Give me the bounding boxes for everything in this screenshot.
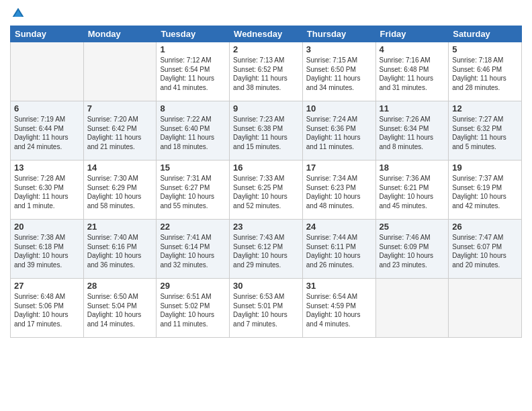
day-number: 13 — [14, 163, 80, 173]
logo — [10, 7, 25, 20]
calendar-cell: 16Sunrise: 7:33 AMSunset: 6:25 PMDayligh… — [230, 161, 303, 220]
day-number: 4 — [380, 44, 445, 54]
calendar-cell — [83, 42, 157, 101]
day-number: 8 — [160, 103, 226, 113]
calendar-cell: 27Sunrise: 6:48 AMSunset: 5:06 PMDayligh… — [11, 279, 84, 338]
day-number: 23 — [233, 222, 299, 232]
day-number: 9 — [233, 103, 299, 113]
calendar-cell: 21Sunrise: 7:40 AMSunset: 6:16 PMDayligh… — [83, 220, 157, 279]
calendar-cell: 23Sunrise: 7:43 AMSunset: 6:12 PMDayligh… — [230, 220, 303, 279]
cell-info: Sunrise: 7:26 AMSunset: 6:34 PMDaylight:… — [380, 115, 445, 151]
cell-info: Sunrise: 7:41 AMSunset: 6:14 PMDaylight:… — [160, 233, 226, 269]
calendar-cell: 20Sunrise: 7:38 AMSunset: 6:18 PMDayligh… — [11, 220, 84, 279]
calendar-cell: 25Sunrise: 7:46 AMSunset: 6:09 PMDayligh… — [375, 220, 449, 279]
calendar-cell: 8Sunrise: 7:22 AMSunset: 6:40 PMDaylight… — [157, 101, 230, 161]
weekday-header-cell: Friday — [375, 26, 449, 42]
calendar-cell: 4Sunrise: 7:16 AMSunset: 6:48 PMDaylight… — [375, 42, 449, 101]
day-number: 6 — [14, 103, 80, 113]
weekday-header-cell: Thursday — [302, 26, 375, 42]
cell-info: Sunrise: 7:43 AMSunset: 6:12 PMDaylight:… — [233, 233, 299, 269]
day-number: 2 — [233, 44, 299, 54]
weekday-header-cell: Tuesday — [157, 26, 230, 42]
cell-info: Sunrise: 6:53 AMSunset: 5:01 PMDaylight:… — [233, 292, 299, 328]
day-number: 20 — [14, 222, 80, 232]
calendar-cell: 31Sunrise: 6:54 AMSunset: 4:59 PMDayligh… — [302, 279, 375, 338]
weekday-header-cell: Sunday — [11, 26, 84, 42]
calendar-cell: 13Sunrise: 7:28 AMSunset: 6:30 PMDayligh… — [11, 161, 84, 220]
cell-info: Sunrise: 7:19 AMSunset: 6:44 PMDaylight:… — [14, 115, 80, 151]
cell-info: Sunrise: 7:12 AMSunset: 6:54 PMDaylight:… — [160, 56, 226, 92]
calendar-cell: 26Sunrise: 7:47 AMSunset: 6:07 PMDayligh… — [449, 220, 522, 279]
cell-info: Sunrise: 6:48 AMSunset: 5:06 PMDaylight:… — [14, 292, 80, 328]
cell-info: Sunrise: 7:16 AMSunset: 6:48 PMDaylight:… — [380, 56, 445, 92]
calendar-cell: 3Sunrise: 7:15 AMSunset: 6:50 PMDaylight… — [302, 42, 375, 101]
cell-info: Sunrise: 6:50 AMSunset: 5:04 PMDaylight:… — [87, 292, 153, 328]
day-number: 16 — [233, 163, 299, 173]
weekday-header-row: SundayMondayTuesdayWednesdayThursdayFrid… — [11, 26, 522, 42]
logo-icon — [11, 7, 25, 20]
calendar-table: SundayMondayTuesdayWednesdayThursdayFrid… — [10, 26, 522, 338]
weekday-header-cell: Saturday — [449, 26, 522, 42]
cell-info: Sunrise: 7:18 AMSunset: 6:46 PMDaylight:… — [452, 56, 518, 92]
cell-info: Sunrise: 7:40 AMSunset: 6:16 PMDaylight:… — [87, 233, 153, 269]
calendar-cell: 29Sunrise: 6:51 AMSunset: 5:02 PMDayligh… — [157, 279, 230, 338]
day-number: 26 — [452, 222, 518, 232]
day-number: 21 — [87, 222, 153, 232]
cell-info: Sunrise: 7:27 AMSunset: 6:32 PMDaylight:… — [452, 115, 518, 151]
day-number: 10 — [306, 103, 372, 113]
day-number: 11 — [380, 103, 445, 113]
calendar-cell: 24Sunrise: 7:44 AMSunset: 6:11 PMDayligh… — [302, 220, 375, 279]
day-number: 25 — [380, 222, 445, 232]
cell-info: Sunrise: 7:38 AMSunset: 6:18 PMDaylight:… — [14, 233, 80, 269]
calendar-body: 1Sunrise: 7:12 AMSunset: 6:54 PMDaylight… — [11, 42, 522, 338]
cell-info: Sunrise: 7:47 AMSunset: 6:07 PMDaylight:… — [452, 233, 518, 269]
calendar-cell: 18Sunrise: 7:36 AMSunset: 6:21 PMDayligh… — [375, 161, 449, 220]
calendar-week-row: 6Sunrise: 7:19 AMSunset: 6:44 PMDaylight… — [11, 101, 522, 161]
cell-info: Sunrise: 7:33 AMSunset: 6:25 PMDaylight:… — [233, 174, 299, 210]
day-number: 27 — [14, 281, 80, 291]
day-number: 31 — [306, 281, 372, 291]
cell-info: Sunrise: 7:34 AMSunset: 6:23 PMDaylight:… — [306, 174, 372, 210]
calendar-cell: 6Sunrise: 7:19 AMSunset: 6:44 PMDaylight… — [11, 101, 84, 161]
calendar-week-row: 27Sunrise: 6:48 AMSunset: 5:06 PMDayligh… — [11, 279, 522, 338]
day-number: 17 — [306, 163, 372, 173]
day-number: 7 — [87, 103, 153, 113]
cell-info: Sunrise: 7:28 AMSunset: 6:30 PMDaylight:… — [14, 174, 80, 210]
cell-info: Sunrise: 7:30 AMSunset: 6:29 PMDaylight:… — [87, 174, 153, 210]
calendar-cell: 17Sunrise: 7:34 AMSunset: 6:23 PMDayligh… — [302, 161, 375, 220]
day-number: 3 — [306, 44, 372, 54]
calendar-week-row: 13Sunrise: 7:28 AMSunset: 6:30 PMDayligh… — [11, 161, 522, 220]
calendar-cell: 28Sunrise: 6:50 AMSunset: 5:04 PMDayligh… — [83, 279, 157, 338]
cell-info: Sunrise: 6:51 AMSunset: 5:02 PMDaylight:… — [160, 292, 226, 328]
page: SundayMondayTuesdayWednesdayThursdayFrid… — [0, 0, 532, 411]
calendar-cell: 15Sunrise: 7:31 AMSunset: 6:27 PMDayligh… — [157, 161, 230, 220]
cell-info: Sunrise: 7:46 AMSunset: 6:09 PMDaylight:… — [380, 233, 445, 269]
day-number: 5 — [452, 44, 518, 54]
cell-info: Sunrise: 6:54 AMSunset: 4:59 PMDaylight:… — [306, 292, 372, 328]
calendar-week-row: 20Sunrise: 7:38 AMSunset: 6:18 PMDayligh… — [11, 220, 522, 279]
header — [10, 7, 522, 20]
calendar-cell — [11, 42, 84, 101]
calendar-cell: 14Sunrise: 7:30 AMSunset: 6:29 PMDayligh… — [83, 161, 157, 220]
cell-info: Sunrise: 7:15 AMSunset: 6:50 PMDaylight:… — [306, 56, 372, 92]
day-number: 1 — [160, 44, 226, 54]
weekday-header-cell: Monday — [83, 26, 157, 42]
calendar-cell: 22Sunrise: 7:41 AMSunset: 6:14 PMDayligh… — [157, 220, 230, 279]
calendar-cell — [375, 279, 449, 338]
cell-info: Sunrise: 7:44 AMSunset: 6:11 PMDaylight:… — [306, 233, 372, 269]
day-number: 15 — [160, 163, 226, 173]
day-number: 30 — [233, 281, 299, 291]
calendar-cell: 19Sunrise: 7:37 AMSunset: 6:19 PMDayligh… — [449, 161, 522, 220]
day-number: 12 — [452, 103, 518, 113]
calendar-cell: 9Sunrise: 7:23 AMSunset: 6:38 PMDaylight… — [230, 101, 303, 161]
cell-info: Sunrise: 7:31 AMSunset: 6:27 PMDaylight:… — [160, 174, 226, 210]
day-number: 24 — [306, 222, 372, 232]
cell-info: Sunrise: 7:24 AMSunset: 6:36 PMDaylight:… — [306, 115, 372, 151]
calendar-cell — [449, 279, 522, 338]
day-number: 29 — [160, 281, 226, 291]
calendar-cell: 11Sunrise: 7:26 AMSunset: 6:34 PMDayligh… — [375, 101, 449, 161]
cell-info: Sunrise: 7:20 AMSunset: 6:42 PMDaylight:… — [87, 115, 153, 151]
cell-info: Sunrise: 7:37 AMSunset: 6:19 PMDaylight:… — [452, 174, 518, 210]
day-number: 22 — [160, 222, 226, 232]
calendar-week-row: 1Sunrise: 7:12 AMSunset: 6:54 PMDaylight… — [11, 42, 522, 101]
